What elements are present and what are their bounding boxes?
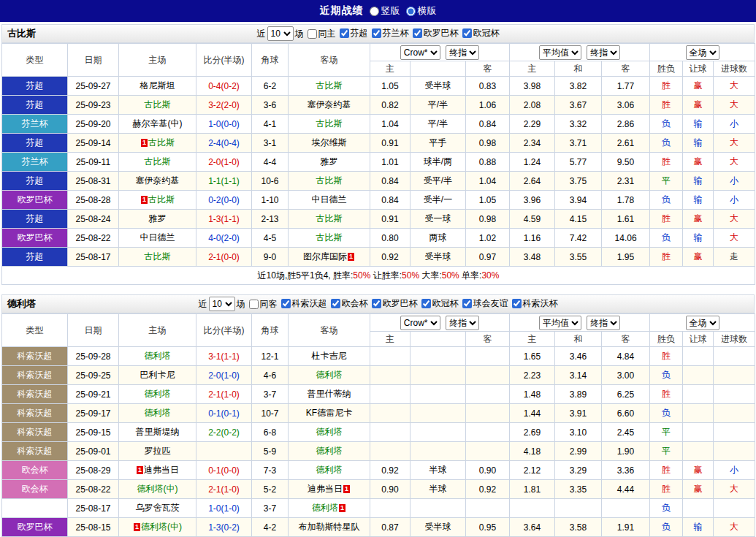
euro-company-select[interactable]: 平均值 — [539, 316, 581, 330]
euro-draw-odds: 3.46 — [555, 347, 602, 366]
match-date: 25-08-29 — [68, 461, 119, 480]
euro-away-odds: 1.78 — [602, 191, 650, 210]
match-count-select[interactable]: 10 — [209, 297, 235, 311]
team-name-text: 普里斯堤纳 — [136, 427, 180, 437]
team-name-text: 普里什蒂纳 — [308, 389, 351, 399]
away-team: 德利塔 — [289, 461, 370, 480]
corner-score: 4-4 — [252, 153, 289, 172]
team-cell-content: 布加勒斯特星队 — [299, 522, 360, 532]
league-checkbox[interactable] — [372, 28, 381, 38]
euro-draw-odds: 3.75 — [555, 172, 602, 191]
euro-index-select[interactable]: 终指 — [587, 45, 620, 60]
team-cell-content: 古比斯 — [316, 232, 343, 243]
result-cell: 负 — [650, 404, 683, 423]
league-checkbox[interactable] — [462, 299, 472, 308]
euro-index-select[interactable]: 终指 — [587, 316, 620, 330]
match-date: 25-09-15 — [68, 423, 119, 442]
euro-draw-odds: 3.10 — [555, 423, 602, 442]
match-row: 欧会杯25-08-291迪弗当日0-1(0-0)7-3德利塔0.92半球0.90… — [2, 461, 755, 480]
league-filter-option[interactable]: 欧冠杯 — [418, 297, 459, 310]
same-venue-checkbox[interactable] — [308, 29, 317, 39]
team-cell-content: 古比斯 — [145, 251, 171, 262]
league-checkbox[interactable] — [281, 299, 291, 308]
league-label: 科索沃超 — [292, 297, 327, 310]
result-cell: 胜 — [650, 210, 683, 229]
league-type-cell: 科索沃超 — [2, 366, 68, 385]
asia-line: 半球 — [411, 480, 466, 499]
euro-away-odds: 4.44 — [602, 480, 650, 499]
same-venue-option[interactable]: 同主 — [304, 28, 336, 40]
team-name-text: 古比斯 — [316, 232, 343, 243]
goals-result-cell: 大 — [714, 134, 755, 153]
league-checkbox[interactable] — [340, 28, 349, 38]
euro-home-odds: 1.81 — [510, 480, 555, 499]
league-type-cell: 芬超 — [2, 134, 68, 153]
league-filter-option[interactable]: 芬超 — [336, 27, 368, 39]
league-filter-option[interactable]: 欧罗巴杯 — [368, 297, 418, 310]
scope-select[interactable]: 全场 — [686, 316, 719, 330]
filter-bar: 近 10 场 同客 科索沃超欧会杯欧罗巴杯欧冠杯球会友谊科索沃杯 — [199, 297, 558, 311]
team-cell-content: 普里什蒂纳 — [308, 389, 351, 399]
league-checkbox[interactable] — [421, 299, 431, 308]
league-label: 芬兰杯 — [383, 27, 409, 39]
team-cell-content: 埃尔维斯 — [312, 137, 347, 148]
away-team: 古比斯 — [289, 229, 370, 248]
euro-draw-header: 和 — [555, 332, 602, 347]
league-checkbox[interactable] — [331, 299, 340, 308]
league-filter-option[interactable]: 欧罗巴杯 — [409, 27, 459, 39]
euro-company-select[interactable]: 平均值 — [539, 45, 581, 60]
vertical-layout-radio[interactable] — [370, 7, 379, 16]
goals-result-cell — [714, 366, 755, 385]
euro-away-odds: 3.36 — [602, 461, 650, 480]
layout-vertical-option[interactable]: 竖版 — [364, 4, 400, 18]
asia-home-odds: 0.90 — [370, 480, 411, 499]
euro-home-header: 主 — [510, 332, 555, 347]
asia-company-select[interactable]: Crow* — [400, 45, 440, 60]
layout-horizontal-option[interactable]: 横版 — [400, 4, 437, 18]
euro-away-header: 客 — [602, 61, 650, 77]
home-team: 普里斯堤纳 — [119, 423, 196, 442]
euro-away-odds: 1.61 — [602, 210, 650, 229]
away-team: 古比斯 — [289, 77, 370, 96]
league-checkbox[interactable] — [413, 28, 422, 38]
handicap-result-cell: 输 — [683, 191, 714, 210]
asia-index-select[interactable]: 终指 — [446, 45, 479, 60]
asia-home-odds: 0.91 — [370, 134, 411, 153]
match-row: 欧罗巴杯25-08-22中日德兰4-0(2-0)4-5古比斯0.80两球1.02… — [2, 229, 755, 248]
asia-home-header: 主 — [370, 61, 411, 77]
league-filter-option[interactable]: 科索沃杯 — [508, 297, 558, 310]
league-checkbox[interactable] — [462, 28, 472, 38]
asia-home-odds: 1.01 — [370, 153, 411, 172]
handicap-result-cell: 赢 — [683, 248, 714, 267]
handicap-header: 让球 — [683, 332, 714, 347]
summary-record: 近10场,胜5平1负4, — [258, 270, 331, 281]
euro-draw-odds: 3.67 — [555, 96, 602, 115]
league-checkbox[interactable] — [512, 299, 522, 308]
league-filter-option[interactable]: 科索沃超 — [278, 297, 327, 310]
league-filter-option[interactable]: 欧冠杯 — [459, 27, 500, 39]
league-filter-option[interactable]: 球会友谊 — [459, 297, 508, 310]
euro-away-odds: 1.91 — [602, 518, 650, 537]
same-venue-option[interactable]: 同客 — [245, 298, 278, 311]
asia-company-select[interactable]: Crow* — [400, 316, 440, 330]
asia-home-odds — [370, 499, 411, 518]
league-checkbox[interactable] — [372, 299, 381, 308]
scope-header: 全场 — [650, 44, 755, 61]
match-date: 25-09-23 — [68, 96, 119, 115]
result-cell: 胜 — [650, 347, 683, 366]
asia-index-select[interactable]: 终指 — [446, 316, 479, 330]
score-cell: 0-2(0-0) — [196, 191, 252, 210]
match-date: 25-09-27 — [68, 77, 119, 96]
league-filter-option[interactable]: 欧会杯 — [327, 297, 368, 310]
league-type-cell: 科索沃超 — [2, 385, 68, 404]
asia-odds-header: Crow* 终指 — [370, 44, 510, 61]
league-filter-option[interactable]: 芬兰杯 — [368, 27, 409, 39]
league-label: 欧罗巴杯 — [383, 297, 418, 310]
scope-select[interactable]: 全场 — [686, 45, 719, 60]
team-name-text: 塞伊奈约基 — [136, 175, 180, 186]
match-count-select[interactable]: 10 — [267, 26, 294, 41]
same-venue-checkbox[interactable] — [249, 300, 259, 309]
euro-away-odds: 2.61 — [602, 134, 650, 153]
away-team: 杜卡吉尼 — [289, 347, 370, 366]
horizontal-layout-radio[interactable] — [406, 7, 416, 16]
